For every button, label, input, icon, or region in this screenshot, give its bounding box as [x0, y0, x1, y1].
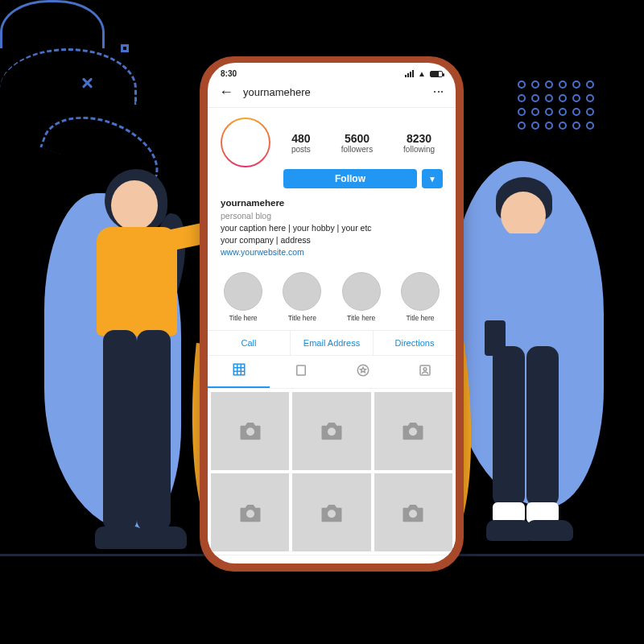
- suggested-dropdown-button[interactable]: ▼: [422, 169, 443, 188]
- status-bar: 8:30 ▲: [208, 63, 456, 80]
- post-placeholder[interactable]: [374, 392, 452, 470]
- highlight-circle-icon: [283, 272, 321, 311]
- story-highlights: Title here Title here Title here Title h…: [208, 266, 456, 330]
- svg-point-14: [409, 510, 417, 518]
- highlight-title: Title here: [406, 314, 434, 322]
- decor-cloud: [0, 0, 105, 48]
- svg-point-13: [328, 510, 336, 518]
- contact-call-button[interactable]: Call: [208, 331, 291, 355]
- profile-tabs: [208, 356, 456, 389]
- battery-icon: [430, 71, 443, 77]
- follow-button[interactable]: Follow: [283, 169, 417, 188]
- highlight-item[interactable]: Title here: [278, 272, 326, 322]
- search-icon: [276, 563, 292, 564]
- svg-point-10: [328, 427, 336, 436]
- status-time: 8:30: [221, 69, 237, 78]
- avatar-story-ring[interactable]: [221, 118, 270, 167]
- stat-posts[interactable]: 480 posts: [291, 132, 311, 154]
- tagged-person-icon: [418, 363, 432, 381]
- bio-section: yournamehere personal blog your caption …: [208, 188, 456, 266]
- stat-followers-count: 5600: [341, 132, 373, 145]
- svg-point-12: [246, 510, 254, 518]
- camera-icon: [238, 420, 262, 441]
- highlight-title: Title here: [288, 314, 316, 322]
- bio-caption-line-2: your company | address: [221, 234, 443, 246]
- phone-screen: 8:30 ▲ ← yournamehere ⋮ 480 posts: [208, 63, 456, 564]
- phone-frame: 8:30 ▲ ← yournamehere ⋮ 480 posts: [200, 56, 464, 572]
- camera-icon: [320, 420, 344, 441]
- heart-icon: [371, 563, 387, 564]
- star-circle-icon: [356, 363, 370, 381]
- stat-following-label: following: [403, 145, 435, 154]
- highlight-circle-icon: [224, 272, 262, 311]
- camera-icon: [320, 502, 344, 523]
- decor-x-icon: [80, 76, 93, 89]
- feed-icon: [294, 363, 308, 381]
- stat-following[interactable]: 8230 following: [403, 132, 435, 154]
- camera-icon: [401, 420, 425, 441]
- svg-rect-5: [296, 365, 305, 375]
- stat-posts-label: posts: [291, 145, 311, 154]
- grid-icon: [232, 362, 246, 380]
- bio-caption-line-1: your caption here | your hobby | your et…: [221, 222, 443, 234]
- bio-display-name: yournamehere: [221, 196, 443, 210]
- stat-followers[interactable]: 5600 followers: [341, 132, 373, 154]
- chevron-down-icon: ▼: [428, 175, 436, 184]
- more-options-icon[interactable]: ⋮: [432, 86, 445, 98]
- bio-category: personal blog: [221, 210, 443, 222]
- profile-header: ← yournamehere ⋮: [208, 80, 456, 108]
- highlight-item[interactable]: Title here: [337, 272, 386, 322]
- highlight-circle-icon: [401, 272, 440, 311]
- stat-followers-label: followers: [341, 145, 373, 154]
- camera-icon: [401, 502, 425, 523]
- post-placeholder[interactable]: [374, 473, 452, 551]
- bio-website-link[interactable]: www.yourwebsite.com: [221, 246, 443, 258]
- signal-icon: [405, 70, 414, 77]
- contact-email-button[interactable]: Email Address: [291, 331, 374, 355]
- post-placeholder[interactable]: [292, 392, 370, 470]
- svg-rect-0: [233, 364, 245, 375]
- back-icon[interactable]: ←: [219, 85, 233, 99]
- highlight-circle-icon: [342, 272, 381, 311]
- contact-directions-button[interactable]: Directions: [374, 331, 456, 355]
- highlight-title: Title here: [347, 314, 375, 322]
- tab-tagged[interactable]: [394, 356, 456, 388]
- home-icon: [229, 563, 245, 564]
- bottom-nav: [208, 555, 456, 564]
- svg-point-9: [246, 427, 254, 436]
- svg-point-8: [423, 367, 427, 370]
- highlight-title: Title here: [229, 314, 257, 322]
- decor-arc: [0, 48, 137, 105]
- avatar: [222, 119, 269, 166]
- highlight-item[interactable]: Title here: [219, 272, 267, 322]
- wifi-icon: ▲: [418, 69, 426, 78]
- post-placeholder[interactable]: [211, 473, 289, 551]
- profile-dot-icon: [419, 563, 435, 564]
- post-placeholder[interactable]: [211, 392, 289, 470]
- contact-row: Call Email Address Directions: [208, 330, 456, 356]
- illustration-person-left: [56, 169, 217, 564]
- plus-square-icon: [324, 563, 340, 564]
- header-username: yournamehere: [243, 86, 423, 98]
- stat-posts-count: 480: [291, 132, 311, 145]
- illustration-person-right: [459, 177, 604, 564]
- decor-dot-grid: [518, 80, 596, 131]
- tab-starred[interactable]: [332, 356, 394, 388]
- post-placeholder[interactable]: [292, 473, 370, 551]
- tab-feed[interactable]: [270, 356, 332, 388]
- highlight-item[interactable]: Title here: [396, 272, 444, 322]
- svg-point-11: [409, 427, 417, 436]
- camera-icon: [238, 502, 262, 523]
- tab-grid[interactable]: [208, 356, 270, 388]
- posts-grid: [208, 389, 456, 555]
- stat-following-count: 8230: [403, 132, 435, 145]
- decor-square-icon: [121, 44, 129, 52]
